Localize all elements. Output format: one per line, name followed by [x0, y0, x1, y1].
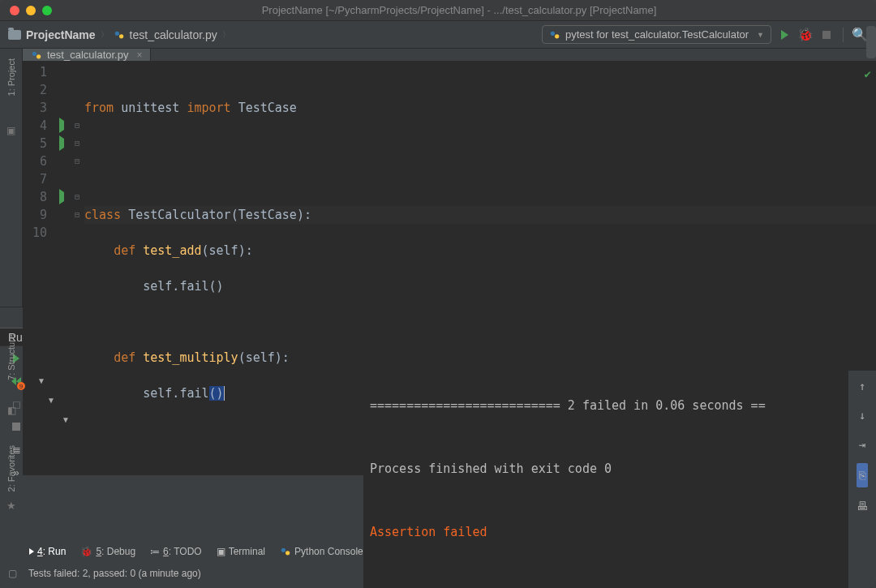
editor-scrollbar[interactable]: [866, 26, 876, 58]
gutter-run-marks: [54, 62, 70, 475]
editor-tab-label: test_calculator.py: [47, 49, 128, 61]
test-console[interactable]: ========================== 2 failed in 0…: [363, 371, 876, 588]
close-tab-icon[interactable]: ×: [136, 49, 142, 61]
traffic-lights: [10, 6, 52, 15]
breadcrumb: ProjectName 〉 test_calculator.py 〉: [8, 28, 230, 41]
expand-icon[interactable]: ▼: [37, 376, 45, 385]
svg-point-8: [281, 547, 286, 552]
main-area: 1: Project ▣ test_calculator.py × ✔ 1234…: [0, 49, 876, 307]
window-minimize-button[interactable]: [26, 6, 36, 15]
expand-icon[interactable]: ▼: [47, 396, 55, 405]
fold-marks: ⊟⊟⊟⊟⊟: [70, 62, 84, 475]
left-tool-gutter: 1: Project ▣: [0, 49, 23, 307]
folder-icon: [8, 30, 21, 40]
search-button[interactable]: 🔍: [852, 27, 868, 43]
window-maximize-button[interactable]: [42, 6, 52, 15]
stop-button[interactable]: [818, 27, 835, 43]
star-icon[interactable]: ★: [6, 500, 16, 512]
debug-tab[interactable]: 🐞 5: Debug: [80, 546, 135, 557]
run-tab[interactable]: 4: Run: [29, 546, 66, 557]
run-line-marker-icon[interactable]: [54, 135, 70, 152]
main-toolbar: ProjectName 〉 test_calculator.py 〉 pytes…: [0, 21, 876, 49]
status-more-icon[interactable]: ▢: [8, 568, 17, 579]
console-line: Process finished with exit code 0: [370, 458, 870, 479]
console-error-line: Assertion failed: [370, 521, 870, 543]
python-console-tab[interactable]: Python Console: [280, 546, 363, 557]
todo-tab[interactable]: ≔ 6: TODO: [150, 546, 202, 557]
python-file-icon: [31, 49, 42, 61]
line-numbers: 12345678910: [23, 62, 54, 475]
svg-point-4: [32, 51, 36, 55]
window-title: ProjectName [~/PycharmProjects/ProjectNa…: [52, 4, 866, 16]
debug-button[interactable]: 🐞: [797, 27, 814, 43]
favorites-tool-tab[interactable]: 2: Favorites: [6, 445, 16, 491]
svg-point-0: [114, 31, 118, 35]
separator: [843, 28, 844, 42]
export-icon[interactable]: ⎘: [857, 463, 868, 487]
svg-point-1: [119, 34, 123, 38]
structure-icon[interactable]: ◧: [7, 405, 16, 416]
expand-icon[interactable]: ▼: [62, 415, 70, 424]
run-line-marker-icon[interactable]: [54, 188, 70, 206]
status-message: Tests failed: 2, passed: 0 (a minute ago…: [28, 568, 201, 579]
svg-point-3: [555, 34, 559, 38]
left-side-labels: 7: Structure ◧ 2: Favorites ★: [0, 315, 23, 512]
terminal-tab[interactable]: ▣ Terminal: [217, 546, 265, 557]
chevron-down-icon: ▼: [757, 31, 764, 39]
chevron-right-icon: 〉: [222, 29, 230, 41]
run-line-marker-icon[interactable]: [54, 117, 70, 135]
run-button[interactable]: [776, 27, 792, 43]
editor-tab[interactable]: test_calculator.py ×: [23, 49, 151, 61]
folder-closed-icon[interactable]: ▣: [6, 125, 15, 136]
svg-point-2: [551, 31, 555, 35]
breadcrumb-project[interactable]: ProjectName: [26, 28, 96, 41]
python-file-icon: [114, 29, 125, 41]
console-tools: ↑ ↓ ⇥ ⎘ 🖶 »: [848, 371, 876, 588]
breadcrumb-file[interactable]: test_calculator.py: [130, 28, 217, 41]
window-close-button[interactable]: [10, 6, 19, 15]
chevron-right-icon: 〉: [101, 29, 109, 41]
titlebar: ProjectName [~/PycharmProjects/ProjectNa…: [0, 0, 876, 21]
console-error-line: Assertion failed: [370, 585, 870, 588]
pytest-icon: [549, 29, 560, 41]
print-icon[interactable]: 🖶: [857, 496, 868, 517]
run-configuration-select[interactable]: pytest for test_calculator.TestCalculato…: [542, 25, 771, 44]
svg-point-9: [286, 551, 290, 555]
editor-tabs: test_calculator.py ×: [23, 49, 876, 62]
editor-wrap: test_calculator.py × ✔ 12345678910 ⊟⊟⊟⊟⊟: [23, 49, 876, 307]
structure-tool-tab[interactable]: 7: Structure: [6, 334, 16, 380]
svg-point-5: [36, 54, 41, 58]
project-tool-tab[interactable]: 1: Project: [6, 54, 16, 101]
run-configuration-label: pytest for test_calculator.TestCalculato…: [565, 28, 749, 41]
